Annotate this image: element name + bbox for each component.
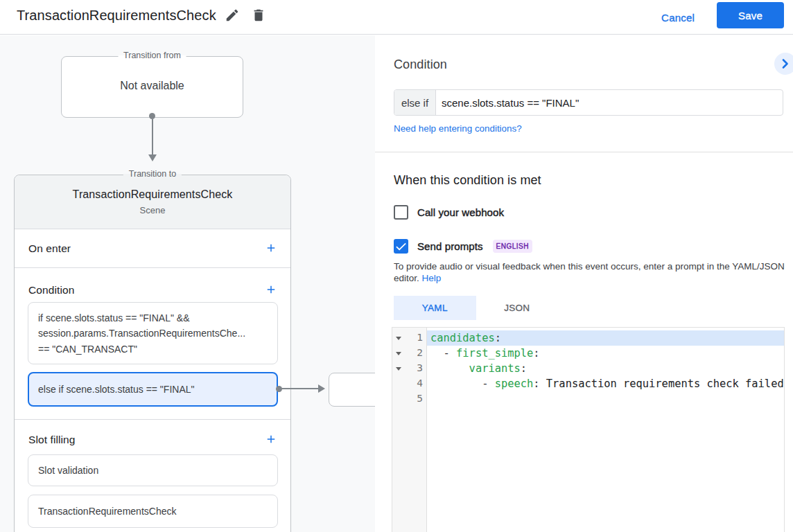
slot-item-label: Slot validation: [38, 465, 98, 476]
code-token-key: speech: [495, 378, 534, 390]
fold-toggle-icon[interactable]: [396, 367, 401, 371]
save-button[interactable]: Save: [717, 2, 784, 28]
description-line1: To provide audio or visual feedback when…: [394, 261, 793, 273]
flow-arrow-head: [148, 154, 157, 161]
scene-card-title: TransactionRequirementsCheck: [15, 188, 290, 201]
scene-card-subtitle: Scene: [15, 205, 290, 215]
condition-expression-input[interactable]: [436, 90, 783, 115]
gutter-row: 2: [392, 346, 426, 361]
plus-icon: [265, 246, 277, 256]
condition-help-link[interactable]: Need help entering conditions?: [394, 123, 522, 134]
gutter-row: 1: [392, 330, 426, 346]
code-line[interactable]: candidates:: [427, 330, 784, 346]
code-line[interactable]: - speech: Transaction requirements check…: [427, 376, 784, 391]
condition-connector-line: [281, 388, 319, 389]
slot-item-label: TransactionRequirementsCheck: [38, 506, 176, 517]
fold-toggle-icon[interactable]: [396, 352, 401, 355]
line-number: 2: [417, 347, 423, 358]
transition-from-box: Transition from Not available: [61, 56, 243, 118]
slot-filling-title: Slot filling: [28, 434, 76, 446]
collapse-panel-button[interactable]: [774, 53, 793, 75]
scene-editor-app: TransactionRequirementsCheck Cancel Save…: [0, 0, 793, 532]
on-enter-section: On enter: [15, 230, 290, 267]
edit-scene-button[interactable]: [224, 8, 241, 24]
webhook-checkbox-row[interactable]: Call your webhook: [394, 205, 504, 220]
description-line2: editor.: [394, 273, 419, 283]
delete-scene-button[interactable]: [250, 8, 267, 24]
line-number: 5: [417, 393, 423, 404]
condition-detail-panel: Condition else if Need help entering con…: [375, 35, 793, 532]
condition-target-node: [329, 373, 375, 407]
flow-arrow-origin-dot: [149, 113, 155, 119]
when-met-heading: When this condition is met: [394, 173, 541, 188]
condition-operator-label: else if: [394, 90, 436, 115]
transition-from-legend: Transition from: [118, 51, 186, 60]
code-token-key: variants: [469, 362, 521, 375]
code-token-key: first_simple: [456, 347, 533, 360]
prompt-editor-tabs: YAML JSON: [394, 296, 558, 320]
section-divider: [15, 267, 290, 268]
slot-item-transaction-requirements[interactable]: TransactionRequirementsCheck: [28, 495, 278, 528]
tab-yaml[interactable]: YAML: [394, 296, 476, 320]
fold-toggle-icon[interactable]: [396, 337, 401, 340]
checkmark-icon: [394, 239, 408, 254]
gutter-row: 5: [392, 391, 426, 407]
slot-item-validation[interactable]: Slot validation: [28, 454, 278, 486]
flow-arrow-line: [152, 119, 153, 156]
help-link[interactable]: Help: [422, 273, 442, 283]
code-token-key: candidates: [430, 332, 495, 344]
send-prompts-label: Send prompts: [417, 240, 483, 252]
add-condition-button[interactable]: [263, 282, 279, 299]
add-slot-button[interactable]: [263, 432, 279, 448]
code-token-punc: :: [533, 347, 539, 360]
trash-icon: [251, 15, 266, 25]
webhook-checkbox[interactable]: [394, 205, 408, 220]
transition-from-value: Not available: [62, 80, 243, 92]
condition-connector-arrow-head: [318, 384, 325, 393]
on-enter-title: On enter: [28, 242, 71, 255]
condition-expression-row: else if: [394, 89, 783, 116]
pencil-icon: [225, 15, 240, 25]
condition-section-title: Condition: [28, 284, 74, 296]
code-token-punc: :: [533, 378, 539, 390]
send-prompts-checkbox[interactable]: [394, 239, 408, 254]
plus-icon: [265, 437, 277, 447]
prompt-editor-description: To provide audio or visual feedback when…: [394, 261, 793, 284]
condition-line: == "CAN_TRANSACT": [38, 342, 268, 357]
editor-gutter: 12345: [392, 328, 427, 532]
condition-line: else if scene.slots.status == "FINAL": [38, 384, 194, 395]
condition-panel-heading: Condition: [394, 57, 447, 72]
condition-line: if scene.slots.status == "FINAL" &&: [38, 310, 268, 326]
scene-card-header: TransactionRequirementsCheck Scene: [15, 175, 290, 229]
transition-to-card: Transition to TransactionRequirementsChe…: [14, 175, 291, 532]
code-token-punc: -: [430, 347, 456, 360]
plus-icon: [265, 287, 277, 298]
gutter-row: 3: [392, 361, 426, 376]
condition-item-if[interactable]: if scene.slots.status == "FINAL" && sess…: [28, 302, 278, 364]
tab-json[interactable]: JSON: [476, 296, 559, 320]
flow-diagram-panel: Transition from Not available Transition…: [0, 35, 375, 532]
condition-line: session.params.TransactionRequirementsCh…: [38, 326, 268, 341]
line-number: 3: [417, 362, 423, 373]
code-line[interactable]: variants:: [427, 361, 784, 376]
code-token-punc: [430, 362, 469, 375]
code-token-val: Transaction requirements check failed: [540, 378, 784, 390]
send-prompts-checkbox-row[interactable]: Send prompts ENGLISH: [394, 239, 532, 254]
code-line[interactable]: [427, 391, 784, 407]
language-badge: ENGLISH: [493, 240, 532, 253]
gutter-row: 4: [392, 376, 426, 391]
webhook-label: Call your webhook: [417, 206, 504, 218]
panel-divider: [375, 152, 793, 152]
yaml-code-editor[interactable]: 12345 candidates: - first_simple: varian…: [392, 327, 785, 532]
code-token-punc: :: [495, 332, 501, 344]
add-on-enter-button[interactable]: [263, 240, 279, 257]
line-number: 1: [417, 332, 423, 343]
code-token-punc: -: [430, 378, 495, 390]
code-line[interactable]: - first_simple:: [427, 346, 784, 361]
cancel-button[interactable]: Cancel: [661, 8, 695, 27]
top-bar: TransactionRequirementsCheck Cancel Save: [0, 0, 793, 35]
code-token-punc: :: [521, 362, 527, 375]
editor-code-area[interactable]: candidates: - first_simple: variants: - …: [427, 328, 784, 532]
condition-item-else-if-selected[interactable]: else if scene.slots.status == "FINAL": [28, 372, 278, 407]
section-divider: [15, 419, 290, 420]
